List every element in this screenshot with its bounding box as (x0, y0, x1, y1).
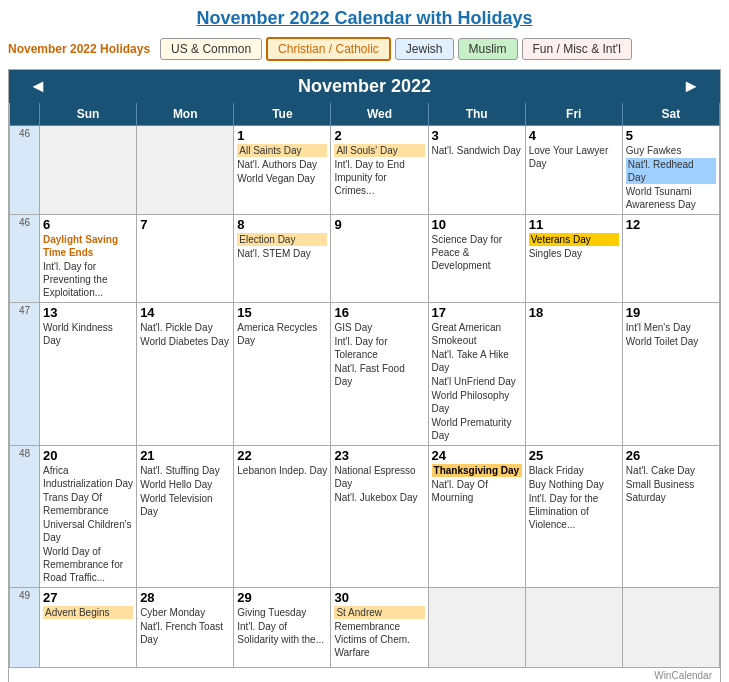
calendar-event: Int'l. Day of Solidarity with the... (237, 620, 327, 646)
date-number: 22 (237, 448, 327, 463)
calendar-cell: 23National Espresso DayNat'l. Jukebox Da… (331, 446, 428, 588)
calendar-event: World Kindness Day (43, 321, 133, 347)
calendar-cell: 17Great American SmokeoutNat'l. Take A H… (429, 303, 526, 446)
calendar-event: Love Your Lawyer Day (529, 144, 619, 170)
date-number: 29 (237, 590, 327, 605)
wincalendar-label: WinCalendar (9, 668, 720, 682)
date-number: 5 (626, 128, 716, 143)
calendar-event: Small Business Saturday (626, 478, 716, 504)
week-number: 47 (10, 303, 40, 446)
day-header: Tue (234, 103, 331, 126)
date-number: 27 (43, 590, 133, 605)
calendar-cell: 29Giving TuesdayInt'l. Day of Solidarity… (234, 588, 331, 668)
calendar-cell: 10Science Day for Peace & Development (429, 215, 526, 303)
week-number: 46 (10, 126, 40, 215)
date-number: 28 (140, 590, 230, 605)
week-number: 49 (10, 588, 40, 668)
calendar-event: World Diabetes Day (140, 335, 230, 348)
calendar-cell: 15America Recycles Day (234, 303, 331, 446)
calendar-event: Nat'l. Pickle Day (140, 321, 230, 334)
calendar-cell (137, 126, 234, 215)
calendar-cell: 5Guy FawkesNat'l. Redhead DayWorld Tsuna… (623, 126, 720, 215)
calendar-event: Advent Begins (43, 606, 133, 619)
date-number: 16 (334, 305, 424, 320)
date-number: 1 (237, 128, 327, 143)
calendar-event: Nat'l. Take A Hike Day (432, 348, 522, 374)
tab-fun[interactable]: Fun / Misc & Int'l (522, 38, 632, 60)
calendar-event: Singles Day (529, 247, 619, 260)
calendar-event: Election Day (237, 233, 327, 246)
calendar-event: Int'l. Day for Preventing the Exploitati… (43, 260, 133, 299)
calendar-header: ◄ November 2022 ► (9, 70, 720, 103)
prev-month-button[interactable]: ◄ (21, 76, 55, 97)
calendar-event: Buy Nothing Day (529, 478, 619, 491)
calendar-event: Nat'l. Stuffing Day (140, 464, 230, 477)
calendar-event: National Espresso Day (334, 464, 424, 490)
date-number: 20 (43, 448, 133, 463)
calendar-cell: 8Election DayNat'l. STEM Day (234, 215, 331, 303)
calendar-event: Guy Fawkes (626, 144, 716, 157)
calendar-cell: 12 (623, 215, 720, 303)
date-number: 4 (529, 128, 619, 143)
calendar-event: Universal Children's Day (43, 518, 133, 544)
calendar-event: Great American Smokeout (432, 321, 522, 347)
calendar-cell: 20Africa Industrialization DayTrans Day … (40, 446, 137, 588)
calendar-cell: 30St AndrewRemembrance Victims of Chem. … (331, 588, 428, 668)
calendar-event: World Hello Day (140, 478, 230, 491)
calendar-cell (526, 588, 623, 668)
calendar-event: World Vegan Day (237, 172, 327, 185)
day-header: Mon (137, 103, 234, 126)
calendar-cell: 4Love Your Lawyer Day (526, 126, 623, 215)
calendar-grid: SunMonTueWedThuFriSat461All Saints DayNa… (9, 103, 720, 668)
day-header: Sat (623, 103, 720, 126)
week-corner (10, 103, 40, 126)
calendar-event: Nat'l. Cake Day (626, 464, 716, 477)
calendar-event: Remembrance Victims of Chem. Warfare (334, 620, 424, 659)
date-number: 17 (432, 305, 522, 320)
calendar-event: Nat'l. Fast Food Day (334, 362, 424, 388)
calendar-cell: 28Cyber MondayNat'l. French Toast Day (137, 588, 234, 668)
calendar-event: Nat'l. Day Of Mourning (432, 478, 522, 504)
calendar-event: Nat'l. French Toast Day (140, 620, 230, 646)
tab-christian[interactable]: Christian / Catholic (266, 37, 391, 61)
calendar-cell: 6Daylight Saving Time EndsInt'l. Day for… (40, 215, 137, 303)
date-number: 26 (626, 448, 716, 463)
date-number: 7 (140, 217, 230, 232)
date-number: 12 (626, 217, 716, 232)
calendar-event: Nat'l. STEM Day (237, 247, 327, 260)
calendar-cell: 27Advent Begins (40, 588, 137, 668)
calendar-event: Thanksgiving Day (432, 464, 522, 477)
date-number: 6 (43, 217, 133, 232)
calendar-event: Nat'l. Sandwich Day (432, 144, 522, 157)
calendar-cell: 16GIS DayInt'l. Day for ToleranceNat'l. … (331, 303, 428, 446)
date-number: 8 (237, 217, 327, 232)
calendar-event: Lebanon Indep. Day (237, 464, 327, 477)
date-number: 15 (237, 305, 327, 320)
calendar-event: Nat'l. Redhead Day (626, 158, 716, 184)
calendar-cell: 13World Kindness Day (40, 303, 137, 446)
calendar-event: Nat'l. Jukebox Day (334, 491, 424, 504)
tab-us[interactable]: US & Common (160, 38, 262, 60)
date-number: 11 (529, 217, 619, 232)
tab-jewish[interactable]: Jewish (395, 38, 454, 60)
calendar-cell: 7 (137, 215, 234, 303)
holidays-bar: November 2022 Holidays US & Common Chris… (0, 33, 729, 69)
date-number: 23 (334, 448, 424, 463)
date-number: 10 (432, 217, 522, 232)
calendar-cell: 9 (331, 215, 428, 303)
week-number: 48 (10, 446, 40, 588)
calendar-cell: 21Nat'l. Stuffing DayWorld Hello DayWorl… (137, 446, 234, 588)
calendar-event: World Toilet Day (626, 335, 716, 348)
calendar-event: Veterans Day (529, 233, 619, 246)
date-number: 9 (334, 217, 424, 232)
tab-muslim[interactable]: Muslim (458, 38, 518, 60)
calendar-cell (429, 588, 526, 668)
calendar-cell: 2All Souls' DayInt'l. Day to End Impunit… (331, 126, 428, 215)
next-month-button[interactable]: ► (674, 76, 708, 97)
week-number: 46 (10, 215, 40, 303)
calendar-event: Africa Industrialization Day (43, 464, 133, 490)
page-title: November 2022 Calendar with Holidays (0, 0, 729, 33)
date-number: 24 (432, 448, 522, 463)
date-number: 14 (140, 305, 230, 320)
calendar-event: Int'l. Day for the Elimination of Violen… (529, 492, 619, 531)
